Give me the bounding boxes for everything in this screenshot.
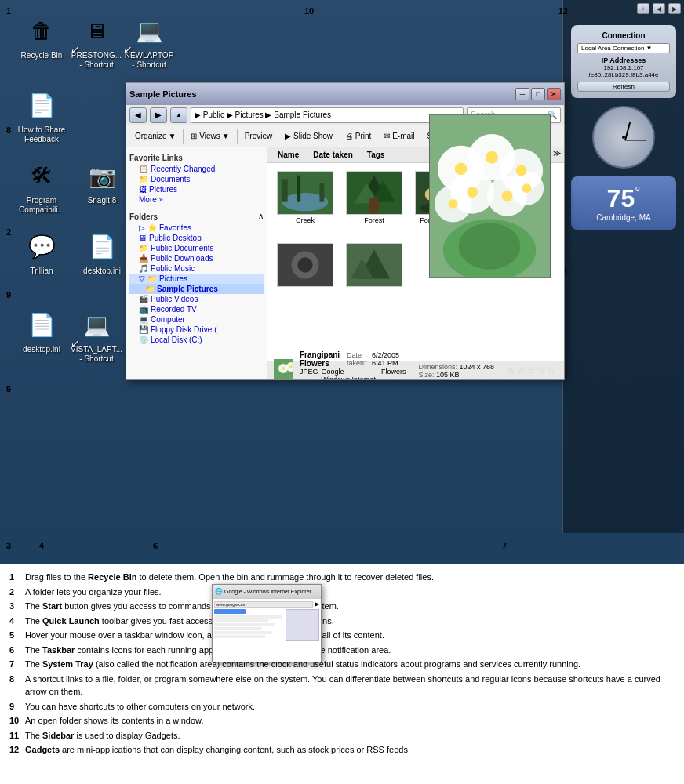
- thumbnail-extra2[interactable]: [343, 241, 406, 290]
- desc-text-3: The Start button gives you access to com…: [25, 600, 675, 613]
- label-10: 10: [304, 6, 314, 16]
- desc-item-6: 6 The Taskbar contains icons for each ru…: [9, 644, 675, 657]
- folders-collapse-icon[interactable]: ∧: [258, 212, 264, 220]
- refresh-button[interactable]: Refresh: [577, 82, 670, 92]
- status-date-label: Date taken:: [347, 351, 369, 367]
- nav-more[interactable]: More »: [129, 194, 264, 205]
- organize-button[interactable]: Organize ▼: [129, 129, 181, 143]
- sample-pictures-label: Sample Pictures: [157, 285, 218, 293]
- desc-text-12: Gadgets are mini-applications that can d…: [25, 743, 675, 757]
- weather-location: Cambridge, MA: [579, 213, 668, 222]
- sidebar-panel: + ◀ ▶ Connection Local Area Connection ▼…: [562, 0, 684, 533]
- desc-num-3: 3: [9, 600, 22, 613]
- desktop: 1 2 3 4 5 6 7 8 9 10 11 12 🗑 Recycle Bin…: [0, 0, 684, 784]
- desc-num-12: 12: [9, 743, 22, 757]
- status-bar: Frangipani Flowers Date taken: 6/2/2005 …: [267, 361, 564, 379]
- how-to-share-label: How to ShareFeedback: [18, 125, 66, 144]
- thumbnail-creek[interactable]: Creek: [274, 169, 337, 235]
- ie-icon: 🌐: [215, 588, 223, 595]
- desktop-ini2-icon[interactable]: 📄 desktop.ini: [14, 306, 69, 354]
- desc-num-5: 5: [9, 629, 22, 642]
- pictures-folder-label: Pictures: [159, 274, 187, 283]
- up-button[interactable]: ▲: [170, 107, 187, 123]
- preview-button[interactable]: Preview: [239, 129, 278, 143]
- views-button[interactable]: ⊞ Views ▼: [185, 129, 235, 143]
- back-button[interactable]: ◀: [129, 107, 147, 123]
- col-date[interactable]: Date taken: [306, 149, 360, 161]
- floppy-label: Floppy Disk Drive (: [151, 325, 216, 334]
- extra2-image: [346, 243, 402, 287]
- email-button[interactable]: ✉ E-mail: [378, 129, 420, 143]
- ie-content: www.google.com ▶: [213, 599, 321, 642]
- sidebar-nav-prev-btn[interactable]: ◀: [653, 3, 665, 14]
- documents-icon: 📁: [139, 175, 148, 183]
- print-button[interactable]: 🖨 Print: [340, 129, 377, 143]
- nav-public-desktop[interactable]: 🖥 Public Desktop: [129, 233, 264, 243]
- desc-num-10: 10: [9, 714, 22, 728]
- nav-favorites[interactable]: ▷ ⭐ Favorites: [129, 223, 264, 233]
- creek-label: Creek: [296, 216, 315, 224]
- forest-image: [346, 171, 402, 215]
- recycle-bin-icon[interactable]: 🗑 Recycle Bin: [14, 12, 69, 60]
- ie-sidebar-content: [286, 609, 319, 641]
- maximize-button[interactable]: □: [531, 88, 545, 100]
- connection-dropdown[interactable]: Local Area Connection ▼: [577, 43, 670, 53]
- nav-pictures[interactable]: 🖼 Pictures: [129, 184, 264, 194]
- close-button[interactable]: ✕: [547, 88, 561, 100]
- star-rating[interactable]: ☆☆☆☆☆: [507, 365, 558, 376]
- nav-public-music[interactable]: 🎵 Public Music: [129, 263, 264, 274]
- desc-item-1: 1 Drag files to the Recycle Bin to delet…: [9, 571, 675, 584]
- snaglt-icon[interactable]: 📷 Snaglt 8: [75, 157, 129, 205]
- nav-recently-changed[interactable]: 📋 Recently Changed: [129, 164, 264, 174]
- sidebar-add-btn[interactable]: +: [637, 3, 649, 14]
- address-path[interactable]: ▶ Public ▶ Pictures ▶ Sample Pictures: [191, 107, 464, 123]
- nav-computer[interactable]: 💻 Computer: [129, 314, 264, 325]
- newlaptop-icon[interactable]: 💻 NEWLAPTOP- Shortcut ↙: [122, 12, 176, 70]
- thumbnail-forest[interactable]: Forest: [343, 169, 406, 235]
- nav-public-videos[interactable]: 🎬 Public Videos: [129, 294, 264, 304]
- documents-label: Documents: [151, 175, 191, 183]
- desc-item-4: 4 The Quick Launch toolbar gives you fas…: [9, 615, 675, 628]
- sidebar-nav-next-btn[interactable]: ▶: [668, 3, 681, 14]
- col-tags[interactable]: Tags: [360, 149, 392, 161]
- preview-panel: [429, 114, 551, 278]
- toolbar-divider-1: [183, 129, 184, 144]
- vista-lapt-icon[interactable]: 💻 VISTA_LAPT...- Shortcut ↙: [69, 306, 124, 364]
- svg-point-51: [502, 191, 513, 201]
- recorded-tv-icon: 📺: [139, 305, 148, 314]
- nav-recorded-tv[interactable]: 📺 Recorded TV: [129, 304, 264, 314]
- trillian-img: 💬: [23, 227, 60, 265]
- col-name[interactable]: Name: [271, 149, 306, 161]
- nav-pictures-folder[interactable]: ▽ 📁 Pictures: [129, 274, 264, 284]
- nav-documents[interactable]: 📁 Documents: [129, 174, 264, 184]
- minimize-button[interactable]: ─: [515, 88, 529, 100]
- how-to-share-icon[interactable]: 📄 How to ShareFeedback: [14, 86, 69, 144]
- desktop-ini1-icon[interactable]: 📄 desktop.ini: [75, 227, 129, 276]
- window-controls: ─ □ ✕: [515, 88, 561, 100]
- program-compat-icon[interactable]: 🛠 ProgramCompatibili...: [14, 157, 69, 215]
- prestong-icon[interactable]: 🖥 PRESTONG...- Shortcut ↙: [69, 12, 124, 70]
- status-flowers-label: Flowers: [381, 368, 406, 380]
- svg-point-53: [522, 183, 531, 193]
- label-7: 7: [502, 541, 507, 550]
- trillian-icon[interactable]: 💬 Trillian: [14, 227, 69, 276]
- nav-floppy[interactable]: 💾 Floppy Disk Drive (: [129, 325, 264, 335]
- nav-public-documents[interactable]: 📁 Public Documents: [129, 243, 264, 253]
- col-expand-icon[interactable]: ≫: [553, 149, 561, 161]
- clock-hour-hand: [624, 122, 631, 141]
- svg-point-50: [467, 187, 478, 198]
- svg-point-36: [282, 367, 285, 370]
- slideshow-button[interactable]: ▶ Slide Show: [279, 129, 338, 143]
- label-4: 4: [39, 541, 44, 550]
- weather-display: 75 °: [579, 184, 668, 213]
- ie-line-6: [214, 635, 265, 638]
- nav-public-downloads[interactable]: 📥 Public Downloads: [129, 253, 264, 263]
- program-compat-img: 🛠: [23, 157, 60, 194]
- recently-changed-label: Recently Changed: [151, 165, 215, 173]
- nav-sample-pictures[interactable]: 📁 Sample Pictures: [129, 284, 264, 294]
- nav-local-disk[interactable]: 💿 Local Disk (C:): [129, 335, 264, 345]
- forward-button[interactable]: ▶: [150, 107, 167, 123]
- desc-num-4: 4: [9, 615, 22, 628]
- status-app: Google - Windows Internet Explorer: [322, 368, 378, 380]
- thumbnail-extra1[interactable]: [274, 241, 337, 290]
